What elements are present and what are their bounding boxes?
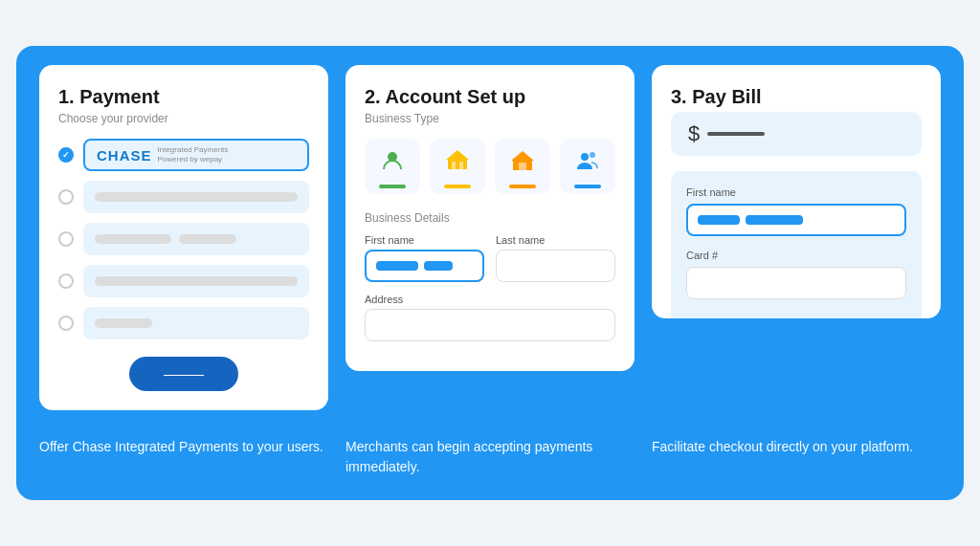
- chase-logo: CHASE: [97, 147, 152, 164]
- biz-type-individual[interactable]: [365, 139, 420, 194]
- chase-bar[interactable]: CHASE Integrated Payments Powered by wep…: [83, 139, 309, 171]
- svg-rect-6: [519, 163, 526, 170]
- first-name-label: First name: [365, 234, 484, 246]
- biz-stripe-yellow: [444, 185, 471, 188]
- provider-option-chase[interactable]: CHASE Integrated Payments Powered by wep…: [58, 139, 309, 171]
- bottom-desc-1: Offer Chase Integrated Payments to your …: [39, 437, 328, 477]
- outer-container: 1. Payment Choose your provider CHASE In…: [16, 46, 964, 500]
- radio-5[interactable]: [58, 316, 74, 331]
- payment-subtitle: Choose your provider: [58, 112, 309, 125]
- bank-icon: [445, 148, 470, 179]
- provider-option-4[interactable]: [58, 265, 309, 297]
- pay-bill-title: 3. Pay Bill: [671, 86, 922, 108]
- card-number-label: Card #: [686, 250, 906, 261]
- biz-type-house[interactable]: [495, 139, 550, 194]
- provider-bar-5: [83, 307, 309, 339]
- card-number-input[interactable]: [686, 267, 906, 299]
- first-name-input[interactable]: [365, 250, 484, 282]
- provider-bar-3: [83, 223, 309, 255]
- placeholder-short-3: [179, 234, 236, 244]
- biz-stripe-green: [379, 185, 406, 188]
- dollar-dash: [707, 132, 765, 136]
- payment-card: 1. Payment Choose your provider CHASE In…: [39, 65, 328, 410]
- address-label: Address: [365, 294, 615, 305]
- last-name-input[interactable]: [496, 250, 615, 282]
- pay-input-block-2: [746, 215, 803, 225]
- radio-3[interactable]: [58, 231, 74, 247]
- bottom-desc-3: Facilitate checkout directly on your pla…: [652, 437, 941, 477]
- biz-type-group[interactable]: [560, 139, 615, 194]
- svg-marker-2: [446, 150, 469, 160]
- first-name-group: First name: [365, 234, 484, 282]
- address-group: Address: [365, 294, 615, 341]
- placeholder-medium-3: [95, 234, 171, 244]
- last-name-group: Last name: [496, 234, 615, 282]
- cards-row: 1. Payment Choose your provider CHASE In…: [39, 65, 941, 410]
- svg-rect-1: [448, 160, 467, 169]
- bottom-row: Offer Chase Integrated Payments to your …: [39, 410, 941, 500]
- next-button[interactable]: ———: [129, 357, 238, 391]
- account-title: 2. Account Set up: [365, 86, 615, 108]
- radio-4[interactable]: [58, 273, 74, 289]
- pay-first-name-input[interactable]: [686, 204, 906, 236]
- last-name-label: Last name: [496, 234, 615, 246]
- business-details-label: Business Details: [365, 211, 615, 225]
- name-row: First name Last name: [365, 234, 615, 282]
- biz-stripe-blue: [574, 185, 601, 188]
- bottom-desc-2: Merchants can begin accepting payments i…: [345, 437, 635, 477]
- provider-option-5[interactable]: [58, 307, 309, 339]
- provider-option-2[interactable]: [58, 181, 309, 213]
- payment-title: 1. Payment: [58, 86, 309, 108]
- account-setup-card: 2. Account Set up Business Type: [345, 65, 635, 371]
- svg-point-7: [581, 153, 589, 161]
- business-types-row: [365, 139, 615, 194]
- account-subtitle: Business Type: [365, 112, 615, 125]
- placeholder-short-5: [95, 318, 152, 328]
- svg-point-8: [590, 152, 595, 158]
- individual-icon: [380, 148, 405, 179]
- pay-input-block-1: [698, 215, 740, 225]
- input-block-2: [424, 261, 453, 271]
- next-button-label: ———: [164, 366, 204, 382]
- placeholder-long-2: [95, 192, 298, 202]
- provider-bar-2: [83, 181, 309, 213]
- address-input[interactable]: [365, 309, 615, 341]
- house-icon: [510, 148, 535, 179]
- biz-stripe-orange: [509, 185, 536, 188]
- svg-rect-3: [452, 162, 456, 169]
- pay-first-name-label: First name: [686, 186, 906, 198]
- pay-form-section: First name Card #: [671, 171, 922, 318]
- svg-rect-4: [459, 162, 463, 169]
- dollar-input-row[interactable]: $: [671, 112, 922, 156]
- dollar-sign: $: [688, 121, 700, 146]
- provider-bar-4: [83, 265, 309, 297]
- radio-2[interactable]: [58, 189, 74, 205]
- chase-sub: Integrated Payments Powered by wepay: [158, 145, 229, 164]
- group-icon: [575, 148, 600, 179]
- biz-type-bank[interactable]: [430, 139, 485, 194]
- input-block-1: [376, 261, 418, 271]
- provider-option-3[interactable]: [58, 223, 309, 255]
- placeholder-long-4: [95, 276, 298, 286]
- pay-bill-card: 3. Pay Bill $ First name Card #: [652, 65, 941, 318]
- radio-chase[interactable]: [58, 147, 74, 163]
